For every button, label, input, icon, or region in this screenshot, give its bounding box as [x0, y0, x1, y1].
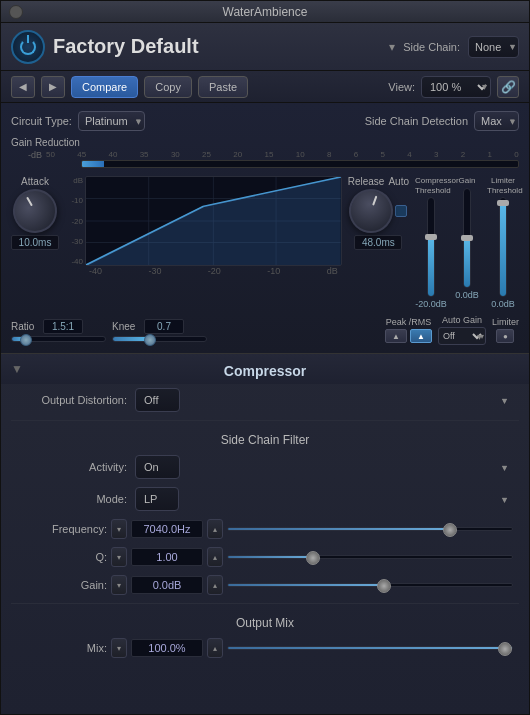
- frequency-up-button[interactable]: ▴: [207, 519, 223, 539]
- gain-reduction-area: Gain Reduction -dB 504540 353025 201510 …: [11, 137, 519, 168]
- auto-gain-label: Auto Gain: [442, 315, 482, 325]
- side-chain-label: Side Chain:: [403, 41, 460, 53]
- prev-button[interactable]: ◀: [11, 76, 35, 98]
- release-value: 48.0ms: [354, 235, 402, 250]
- q-row: Q: ▾ 1.00 ▴: [1, 543, 529, 571]
- release-knob[interactable]: [343, 183, 399, 239]
- scf-gain-slider[interactable]: [227, 583, 513, 587]
- ratio-value: 1.5:1: [43, 319, 83, 334]
- frequency-slider[interactable]: [227, 527, 513, 531]
- output-distortion-select[interactable]: Off: [135, 388, 180, 412]
- scf-gain-value: 0.0dB: [131, 576, 203, 594]
- detection-select[interactable]: Max: [474, 111, 519, 131]
- ratio-thumb: [20, 334, 32, 346]
- limiter-label: Limiter: [492, 317, 519, 327]
- mix-slider[interactable]: [227, 646, 513, 650]
- attack-knob[interactable]: [5, 181, 65, 241]
- transfer-graph-area: dB -10 -20 -30 -40: [65, 176, 342, 276]
- limiter-button[interactable]: ●: [496, 329, 514, 343]
- gain-slider-value: 0.0dB: [455, 290, 479, 300]
- mode-select[interactable]: LP: [135, 487, 179, 511]
- release-control: Release Auto 48.0ms: [348, 176, 409, 250]
- q-down-button[interactable]: ▾: [111, 547, 127, 567]
- view-label: View:: [388, 81, 415, 93]
- auto-label: Auto: [388, 176, 409, 187]
- scf-gain-thumb: [377, 579, 391, 593]
- bottom-spacer: [1, 662, 529, 682]
- auto-gain-select[interactable]: Off: [438, 327, 486, 345]
- gain-slider-group: Gain 0.0dB: [453, 176, 481, 309]
- preset-name: Factory Default: [53, 35, 381, 58]
- attack-label: Attack: [21, 176, 49, 187]
- middle-controls: Attack 10.0ms dB -10 -20 -30 -40: [11, 176, 519, 309]
- side-chain-select[interactable]: None: [468, 36, 519, 58]
- gain-reduction-fill: [82, 161, 104, 167]
- auto-checkbox[interactable]: [395, 205, 407, 217]
- scf-gain-row: Gain: ▾ 0.0dB ▴: [1, 571, 529, 599]
- frequency-fill: [228, 528, 450, 530]
- circuit-type-select[interactable]: Platinum: [78, 111, 145, 131]
- window-title: WaterAmbience: [223, 5, 308, 19]
- gain-slider-label: Gain: [455, 176, 479, 186]
- compressor-threshold-group: CompressorThreshold -20.0dB: [415, 176, 447, 309]
- compressor-section-title: Compressor: [224, 363, 306, 379]
- transfer-graph[interactable]: [85, 176, 342, 266]
- mix-fill: [228, 647, 512, 649]
- ratio-slider[interactable]: [11, 336, 106, 342]
- divider-1: [11, 420, 519, 421]
- limiter-group: Limiter ●: [492, 317, 519, 343]
- circuit-row: Circuit Type: Platinum ▾ Side Chain Dete…: [11, 111, 519, 131]
- graph-y-labels: dB -10 -20 -30 -40: [65, 176, 85, 266]
- gain-slider[interactable]: [463, 188, 471, 288]
- q-slider[interactable]: [227, 555, 513, 559]
- mix-thumb: [498, 642, 512, 656]
- limiter-thresh-value: 0.0dB: [491, 299, 515, 309]
- peak-rms-buttons: ▲ ▲: [385, 329, 432, 343]
- preset-dropdown-arrow[interactable]: ▾: [389, 40, 395, 54]
- knee-slider[interactable]: [112, 336, 207, 342]
- detection-label: Side Chain Detection: [365, 115, 468, 127]
- gain-fill: [464, 238, 470, 287]
- q-up-button[interactable]: ▴: [207, 547, 223, 567]
- next-button[interactable]: ▶: [41, 76, 65, 98]
- scf-gain-label: Gain:: [17, 579, 107, 591]
- rms-button[interactable]: ▲: [410, 329, 432, 343]
- activity-row: Activity: On ▾: [1, 451, 529, 483]
- vertical-sliders: CompressorThreshold -20.0dB Gain: [415, 176, 519, 309]
- peak-button[interactable]: ▲: [385, 329, 407, 343]
- section-chevron-icon[interactable]: ▼: [11, 362, 23, 376]
- limiter-threshold-slider[interactable]: [499, 197, 507, 297]
- attack-control: Attack 10.0ms: [11, 176, 59, 250]
- gain-thumb: [461, 235, 473, 241]
- link-button[interactable]: 🔗: [497, 76, 519, 98]
- view-select[interactable]: 100 %: [421, 76, 491, 98]
- activity-select[interactable]: On: [135, 455, 180, 479]
- mix-row: Mix: ▾ 100.0% ▴: [1, 634, 529, 662]
- close-button[interactable]: [9, 5, 23, 19]
- mix-down-button[interactable]: ▾: [111, 638, 127, 658]
- paste-button[interactable]: Paste: [198, 76, 248, 98]
- limiter-threshold-group: LimiterThreshold 0.0dB: [487, 176, 519, 309]
- compressor-threshold-slider[interactable]: [427, 197, 435, 297]
- release-label: Release: [348, 176, 385, 187]
- mix-value: 100.0%: [131, 639, 203, 657]
- bottom-controls-row: Ratio 1.5:1 Knee 0.7: [11, 315, 519, 345]
- mix-up-button[interactable]: ▴: [207, 638, 223, 658]
- frequency-value: 7040.0Hz: [131, 520, 203, 538]
- frequency-thumb: [443, 523, 457, 537]
- attack-value: 10.0ms: [11, 235, 59, 250]
- compare-button[interactable]: Compare: [71, 76, 138, 98]
- mode-label: Mode:: [17, 493, 127, 505]
- comp-thresh-value: -20.0dB: [415, 299, 447, 309]
- output-mix-title: Output Mix: [1, 608, 529, 634]
- copy-button[interactable]: Copy: [144, 76, 192, 98]
- comp-thresh-fill: [428, 237, 434, 296]
- limiter-thresh-thumb: [497, 200, 509, 206]
- gain-reduction-scale-label: -dB: [11, 150, 46, 160]
- scf-gain-down-button[interactable]: ▾: [111, 575, 127, 595]
- graph-x-labels: -40 -30 -20 -10 dB: [85, 266, 342, 276]
- ratio-label: Ratio: [11, 321, 39, 332]
- power-button[interactable]: [11, 30, 45, 64]
- frequency-down-button[interactable]: ▾: [111, 519, 127, 539]
- scf-gain-up-button[interactable]: ▴: [207, 575, 223, 595]
